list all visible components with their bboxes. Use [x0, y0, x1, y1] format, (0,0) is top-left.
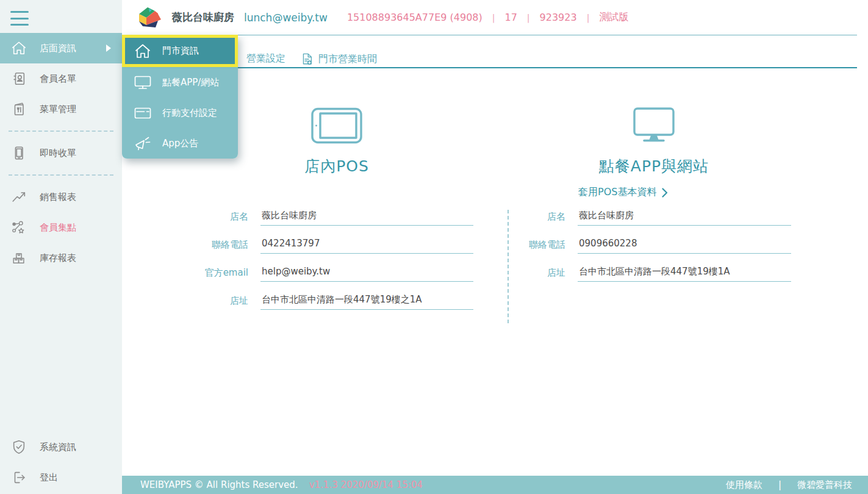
form-row-store-name: 店名: [500, 206, 791, 226]
pos-store-name-input[interactable]: [260, 210, 473, 226]
credit-card-icon: [134, 104, 152, 121]
megaphone-icon: [134, 135, 152, 152]
submenu-item-label: 門市資訊: [162, 45, 199, 57]
license-key: 15108893645A77E9 (4908): [347, 12, 482, 23]
footer-copyright: WEIBYAPPS © All Rights Reserved.: [140, 479, 298, 490]
app-section-title: 點餐APP與網站: [525, 156, 783, 176]
submenu-item-store-info[interactable]: 門市資訊: [122, 35, 238, 67]
sidebar-item-store-info[interactable]: 店面資訊: [0, 33, 122, 63]
sidebar-divider: [9, 174, 113, 176]
sidebar-item-label: 店面資訊: [40, 43, 76, 54]
submenu-item-label: 行動支付設定: [162, 107, 217, 119]
form-row-email: 官方email: [183, 262, 473, 282]
submenu-item-label: 點餐APP/網站: [162, 77, 219, 88]
shield-check-icon: [10, 439, 27, 456]
apply-pos-data-link[interactable]: 套用POS基本資料: [578, 186, 668, 199]
sidebar-divider: [9, 131, 113, 132]
tab-business-settings[interactable]: 營業設定: [246, 52, 285, 65]
field-label: 官方email: [183, 267, 248, 282]
sidebar-item-live-orders[interactable]: 即時收單: [0, 138, 122, 168]
meta-separator: |: [577, 13, 600, 23]
app-store-name-input[interactable]: [578, 210, 791, 226]
boxes-icon: [10, 249, 27, 267]
apply-link-label: 套用POS基本資料: [578, 186, 656, 199]
header-meta: 15108893645A77E9 (4908) | 17 | 923923 | …: [347, 11, 628, 24]
field-label: 聯絡電話: [500, 239, 565, 254]
store-number: 17: [504, 12, 517, 23]
weiby-logo: [137, 5, 163, 30]
submenu-item-app-announcement[interactable]: App公告: [122, 128, 238, 159]
submenu-arrow-icon: [106, 45, 111, 52]
tablet-portrait-icon: [10, 145, 27, 162]
sidebar: 店面資訊 會員名單: [0, 0, 122, 494]
pos-section-title: 店內POS: [207, 156, 466, 176]
version-badge: 測試版: [599, 11, 628, 24]
footer-separator: |: [762, 479, 797, 490]
home-icon: [134, 43, 152, 60]
sidebar-item-members[interactable]: 會員名單: [0, 63, 122, 94]
document-plus-icon: [301, 52, 313, 66]
monitor-icon-large: [628, 107, 680, 144]
chevron-right-icon: [662, 188, 668, 198]
sidebar-spacer: [0, 273, 122, 432]
terms-link[interactable]: 使用條款: [726, 479, 762, 491]
field-label: 店名: [183, 211, 248, 226]
tab-label: 門市營業時間: [318, 53, 377, 66]
member-card-icon: [10, 70, 27, 87]
tab-store-hours[interactable]: 門市營業時間: [301, 52, 377, 66]
menu-book-icon: [10, 101, 27, 118]
tab-label: 營業設定: [246, 52, 285, 65]
pos-form: 店名 聯絡電話 官方email 店址: [183, 206, 473, 318]
pos-address-input[interactable]: [260, 294, 473, 310]
app-section-header: 點餐APP與網站: [525, 107, 783, 176]
hamburger-menu-icon[interactable]: [10, 11, 29, 26]
company-link[interactable]: 微碧愛普科技: [797, 479, 852, 491]
sidebar-item-member-points[interactable]: 會員集點: [0, 212, 122, 243]
field-label: 聯絡電話: [183, 239, 248, 254]
header-store-name: 薇比台味廚房: [172, 10, 234, 24]
app-phone-input[interactable]: [578, 238, 791, 254]
logout-icon: [10, 469, 27, 486]
sidebar-item-logout[interactable]: 登出: [0, 462, 122, 493]
tablet-landscape-icon: [311, 107, 362, 144]
sidebar-item-label: 會員集點: [40, 222, 76, 234]
sidebar-item-menu-management[interactable]: 菜單管理: [0, 94, 122, 124]
sidebar-item-label: 菜單管理: [40, 104, 76, 115]
meta-separator: |: [482, 13, 505, 23]
sidebar-item-label: 庫存報表: [40, 252, 76, 264]
form-row-phone: 聯絡電話: [500, 234, 791, 254]
header-store-email: lunch@weiby.tw: [244, 12, 328, 24]
sidebar-item-label: 即時收單: [40, 148, 76, 159]
home-icon: [10, 40, 27, 57]
app-window: 店面資訊 會員名單: [0, 0, 868, 494]
store-info-submenu: 門市資訊 點餐APP/網站 行動支付設定: [122, 35, 238, 159]
pos-phone-input[interactable]: [260, 238, 473, 254]
submenu-item-ordering-app[interactable]: 點餐APP/網站: [122, 67, 238, 98]
form-row-address: 店址: [500, 262, 791, 282]
sidebar-item-inventory-report[interactable]: 庫存報表: [0, 243, 122, 273]
monitor-icon: [134, 74, 152, 91]
form-row-phone: 聯絡電話: [183, 234, 473, 254]
pos-email-input[interactable]: [260, 266, 473, 282]
sidebar-item-sales-report[interactable]: 銷售報表: [0, 182, 122, 212]
footer-version: v1.1.3 2020/09/14 15:04: [309, 479, 423, 490]
submenu-item-mobile-payment[interactable]: 行動支付設定: [122, 98, 238, 128]
store-code: 923923: [540, 12, 577, 23]
sidebar-item-label: 銷售報表: [40, 192, 76, 203]
submenu-item-label: App公告: [162, 138, 198, 149]
field-label: 店址: [500, 267, 565, 282]
footer: WEIBYAPPS © All Rights Reserved. v1.1.3 …: [122, 476, 868, 494]
app-address-input[interactable]: [578, 266, 791, 282]
sidebar-item-label: 會員名單: [40, 73, 76, 85]
field-label: 店址: [183, 295, 248, 310]
sidebar-item-label: 系統資訊: [40, 442, 76, 453]
form-row-store-name: 店名: [183, 206, 473, 226]
sidebar-item-label: 登出: [40, 472, 58, 484]
points-network-icon: [10, 219, 27, 236]
meta-separator: |: [517, 13, 540, 23]
pos-section-header: 店內POS: [207, 107, 466, 176]
sidebar-item-system-info[interactable]: 系統資訊: [0, 432, 122, 462]
field-label: 店名: [500, 211, 565, 226]
trend-up-icon: [10, 188, 27, 206]
app-form: 店名 聯絡電話 店址: [500, 206, 791, 290]
